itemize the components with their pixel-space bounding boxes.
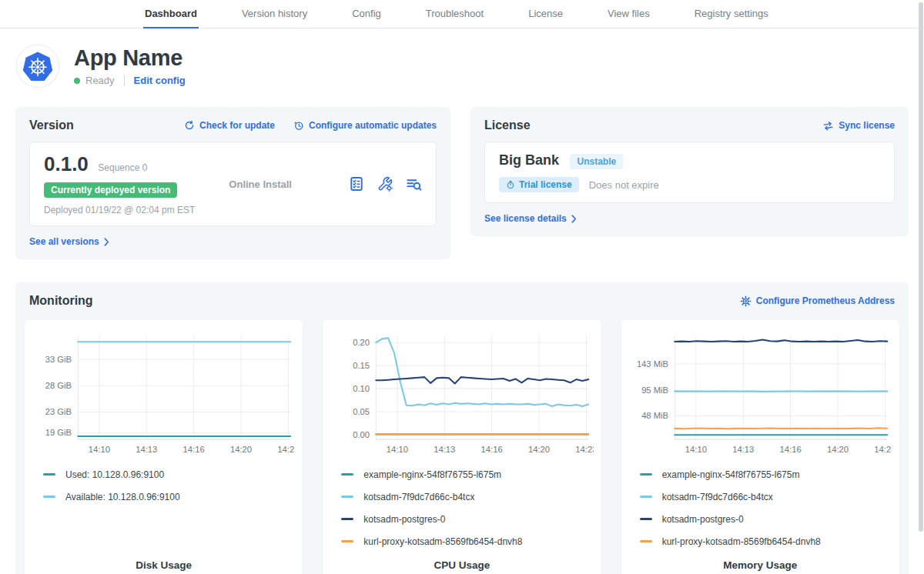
svg-text:14:23: 14:23 — [277, 445, 295, 454]
deployed-badge: Currently deployed version — [44, 182, 177, 198]
license-summary-row: Big Bank Unstable Trial license Does not… — [484, 142, 895, 203]
tab-view-files[interactable]: View files — [606, 0, 651, 28]
legend-swatch — [640, 473, 652, 476]
deployed-timestamp: Deployed 01/19/22 @ 02:04 pm EST — [44, 205, 195, 215]
nav-tabs: DashboardVersion historyConfigTroublesho… — [143, 0, 770, 28]
svg-text:0.15: 0.15 — [353, 361, 370, 370]
top-nav: DashboardVersion historyConfigTroublesho… — [0, 0, 924, 28]
svg-text:14:23: 14:23 — [874, 445, 892, 454]
monitoring-section: Monitoring Configure Prometheus Address — [15, 282, 909, 574]
tab-config[interactable]: Config — [350, 0, 383, 28]
memory-usage-chart: 14:1014:1314:1614:2014:23143 MiB95 MiB48… — [629, 329, 892, 460]
legend-item: kotsadm-postgres-0 — [640, 514, 892, 525]
legend-swatch — [43, 496, 55, 498]
scrollbar[interactable] — [919, 2, 923, 572]
see-all-versions-link[interactable]: See all versions — [29, 236, 109, 247]
current-version-row: 0.1.0 Sequence 0 Currently deployed vers… — [29, 142, 437, 226]
legend-swatch — [640, 540, 652, 542]
app-status: Ready — [85, 75, 115, 86]
version-card-title: Version — [29, 118, 74, 132]
legend-label: kurl-proxy-kotsadm-8569fb6454-dnvh8 — [662, 536, 821, 547]
legend-item: kotsadm-postgres-0 — [341, 514, 593, 525]
svg-text:0.05: 0.05 — [353, 407, 370, 416]
legend-label: kotsadm-7f9dc7d66c-b4tcx — [363, 492, 474, 502]
customer-name: Big Bank — [499, 152, 559, 168]
svg-text:14:13: 14:13 — [732, 445, 754, 454]
legend-item: kotsadm-7f9dc7d66c-b4tcx — [341, 492, 593, 502]
disk-usage-legend: Used: 10.128.0.96:9100Available: 10.128.… — [32, 469, 295, 502]
legend-swatch — [341, 496, 353, 498]
legend-swatch — [341, 473, 353, 476]
legend-item: Available: 10.128.0.96:9100 — [43, 492, 295, 502]
legend-swatch — [341, 540, 353, 542]
svg-text:14:16: 14:16 — [481, 445, 503, 454]
trial-license-badge: Trial license — [499, 177, 579, 192]
svg-text:0.00: 0.00 — [353, 430, 370, 439]
deploy-logs-icon[interactable] — [406, 176, 422, 192]
legend-label: example-nginx-54f8f76755-l675m — [662, 469, 800, 480]
preflight-checks-icon[interactable] — [349, 176, 364, 192]
check-for-update-link[interactable]: Check for update — [184, 120, 275, 131]
gear-icon — [740, 295, 752, 307]
expiration-label: Does not expire — [589, 179, 659, 191]
scrollbar-thumb[interactable] — [919, 2, 923, 532]
version-card: Version Check for update — [15, 107, 450, 259]
version-number: 0.1.0 — [44, 152, 89, 175]
svg-text:0.20: 0.20 — [353, 338, 370, 347]
cpu-usage-card: 14:1014:1314:1614:2014:230.200.150.100.0… — [323, 320, 601, 574]
legend-label: example-nginx-54f8f76755-l675m — [363, 469, 501, 480]
chevron-right-icon — [571, 215, 577, 223]
app-header: App Name Ready Edit config — [15, 44, 909, 88]
legend-item: example-nginx-54f8f76755-l675m — [341, 469, 593, 480]
monitoring-title: Monitoring — [29, 294, 93, 308]
legend-label: kotsadm-postgres-0 — [662, 514, 744, 525]
svg-text:14:13: 14:13 — [136, 445, 157, 454]
svg-text:14:13: 14:13 — [434, 445, 456, 454]
chart-title: Memory Usage — [629, 547, 892, 574]
configure-prometheus-link[interactable]: Configure Prometheus Address — [740, 295, 895, 307]
app-title: App Name — [74, 46, 186, 69]
svg-text:14:10: 14:10 — [89, 445, 110, 454]
edit-config-link[interactable]: Edit config — [134, 75, 186, 86]
svg-text:14:20: 14:20 — [827, 445, 849, 454]
legend-item: example-nginx-54f8f76755-l675m — [640, 469, 892, 480]
chart-title: CPU Usage — [330, 547, 593, 574]
legend-label: kurl-proxy-kotsadm-8569fb6454-dnvh8 — [363, 536, 522, 547]
tab-troubleshoot[interactable]: Troubleshoot — [424, 0, 485, 28]
legend-item: kotsadm-7f9dc7d66c-b4tcx — [640, 492, 892, 502]
legend-swatch — [640, 518, 652, 520]
legend-item: kurl-proxy-kotsadm-8569fb6454-dnvh8 — [341, 536, 593, 547]
legend-item: kurl-proxy-kotsadm-8569fb6454-dnvh8 — [640, 536, 892, 547]
svg-text:14:10: 14:10 — [387, 445, 408, 454]
memory-usage-card: 14:1014:1314:1614:2014:23143 MiB95 MiB48… — [621, 320, 899, 574]
legend-swatch — [341, 518, 353, 520]
install-type-label: Online Install — [229, 179, 292, 190]
svg-text:143 MiB: 143 MiB — [637, 359, 668, 369]
edit-config-gear-icon[interactable] — [377, 176, 393, 192]
sync-license-link[interactable]: Sync license — [822, 120, 895, 132]
legend-label: kotsadm-postgres-0 — [363, 514, 445, 525]
svg-text:28 GiB: 28 GiB — [45, 381, 72, 390]
memory-usage-legend: example-nginx-54f8f76755-l675mkotsadm-7f… — [629, 469, 892, 547]
tab-dashboard[interactable]: Dashboard — [143, 0, 199, 28]
svg-text:33 GiB: 33 GiB — [45, 355, 72, 364]
tab-version-history[interactable]: Version history — [240, 0, 309, 28]
tab-license[interactable]: License — [527, 0, 564, 28]
legend-swatch — [43, 473, 55, 476]
disk-usage-card: 14:1014:1314:1614:2014:2333 GiB28 GiB23 … — [25, 320, 303, 574]
disk-usage-chart: 14:1014:1314:1614:2014:2333 GiB28 GiB23 … — [32, 329, 295, 460]
chevron-right-icon — [104, 238, 109, 246]
see-license-details-link[interactable]: See license details — [484, 213, 577, 224]
dashboard-page: App Name Ready Edit config Version — [0, 44, 924, 574]
configure-automatic-updates-link[interactable]: Configure automatic updates — [293, 120, 437, 131]
legend-item: Used: 10.128.0.96:9100 — [43, 469, 295, 480]
svg-text:48 MiB: 48 MiB — [641, 411, 668, 420]
tab-registry-settings[interactable]: Registry settings — [693, 0, 770, 28]
channel-badge: Unstable — [570, 154, 623, 169]
sync-icon — [822, 120, 834, 132]
legend-label: Used: 10.128.0.96:9100 — [65, 469, 164, 480]
svg-text:14:16: 14:16 — [183, 445, 205, 454]
license-card-title: License — [484, 118, 531, 132]
refresh-icon — [184, 120, 195, 131]
sequence-label: Sequence 0 — [98, 162, 147, 173]
